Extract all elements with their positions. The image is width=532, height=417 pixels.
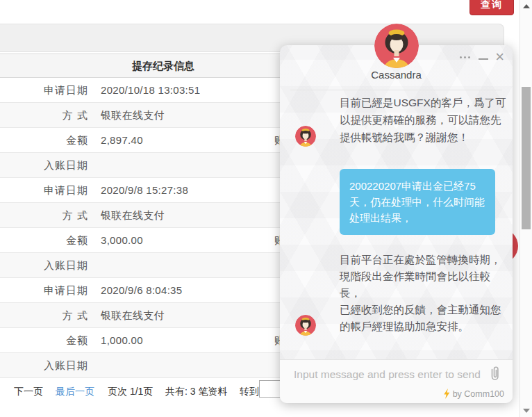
records-table: 提存纪录信息 申请日期 2020/10/18 13:03:51 方 式 银联在线… [0, 54, 326, 378]
row-value: 银联在线支付 [101, 103, 165, 127]
scrollbar-up-arrow[interactable] [523, 4, 530, 8]
row-label: 方 式 [0, 303, 88, 327]
row-label: 金额 [0, 228, 88, 252]
row-label: 申请日期 [0, 78, 88, 102]
table-row: 金额 3,000.00 账 [0, 228, 326, 253]
row-value: 2020/9/8 15:27:38 [101, 178, 188, 202]
table-row: 入账日期 [0, 153, 326, 178]
agent-message: 目前平台正在處於監管轉換時期，現階段出金作業時間會比以往較長， 已經收到您的反饋… [340, 252, 506, 335]
chat-minimize-icon[interactable] [479, 58, 488, 60]
chat-menu-icon[interactable] [458, 52, 472, 63]
table-row: 入账日期 [0, 253, 326, 278]
table-row: 金额 1,000.00 账 [0, 328, 326, 353]
table-row: 方 式 银联在线支付 [0, 303, 326, 328]
browser-scrollbar[interactable] [519, 0, 532, 417]
pagination: 下一页 最后一页 页次 1/1页 共有: 3 笔资料 转到 [0, 380, 326, 401]
table-row: 申请日期 2020/9/8 15:27:38 [0, 178, 326, 203]
agent-avatar [374, 24, 419, 68]
row-label: 入账日期 [0, 253, 88, 277]
row-value: 2,897.40 [101, 128, 143, 152]
row-value: 2020/9/6 8:04:35 [101, 278, 182, 302]
agent-message: 目前已經是USGFX的客戶，爲了可以提供更精確的服務，可以請您先提供帳號給我嗎？… [340, 94, 506, 146]
row-value: 1,000.00 [101, 328, 143, 352]
query-button[interactable]: 查询 [469, 0, 514, 15]
chat-widget: × Cassandra 目前已經是USGFX的客戶，爲了可以提供更精確的服務，可… [280, 45, 513, 403]
row-value: 银联在线支付 [101, 303, 165, 327]
row-label: 入账日期 [0, 153, 88, 177]
table-title: 提存纪录信息 [0, 54, 326, 78]
lightning-bolt-icon [443, 389, 450, 399]
row-label: 金额 [0, 128, 88, 152]
row-label: 入账日期 [0, 353, 88, 377]
table-row: 申请日期 2020/9/6 8:04:35 [0, 278, 326, 303]
agent-avatar-small [295, 315, 316, 336]
total-records-info: 共有: 3 笔资料 [165, 384, 227, 398]
last-page-link[interactable]: 最后一页 [56, 384, 94, 398]
table-row: 金额 2,897.40 账 [0, 128, 326, 153]
page: 查询 提存纪录信息 申请日期 2020/10/18 13:03:51 方 式 银… [0, 0, 532, 417]
next-page-link[interactable]: 下一页 [14, 384, 43, 398]
row-label: 金额 [0, 328, 88, 352]
chat-header-divider [290, 90, 502, 90]
visitor-message-bubble: 200220207申请出金已经75天，仍在处理中，什么时间能处理出结果， [340, 169, 495, 235]
agent-name: Cassandra [280, 69, 513, 81]
attachment-paperclip-icon[interactable] [488, 366, 501, 386]
chat-input-bar: Input message and press enter to send by… [280, 359, 513, 403]
row-value: 3,000.00 [101, 228, 143, 252]
table-row: 申请日期 2020/10/18 13:03:51 [0, 78, 326, 103]
table-row: 方 式 银联在线支付 [0, 203, 326, 228]
row-label: 申请日期 [0, 178, 88, 202]
chat-close-icon[interactable]: × [495, 49, 504, 65]
row-label: 申请日期 [0, 278, 88, 302]
scrollbar-down-arrow[interactable] [523, 409, 530, 413]
scrollbar-thumb[interactable] [522, 87, 531, 229]
comm100-branding-link[interactable]: by Comm100 [443, 389, 504, 399]
row-value: 银联在线支付 [101, 203, 165, 227]
table-row: 方 式 银联在线支付 [0, 103, 326, 128]
chat-message-input[interactable]: Input message and press enter to send [294, 368, 481, 381]
page-number-info: 页次 1/1页 [108, 384, 153, 398]
row-label: 方 式 [0, 203, 88, 227]
branding-label: by Comm100 [453, 389, 504, 399]
agent-avatar-small [295, 126, 316, 147]
row-value: 2020/10/18 13:03:51 [101, 78, 200, 102]
table-row: 入账日期 [0, 353, 326, 378]
goto-page-label: 转到 [240, 384, 259, 398]
row-label: 方 式 [0, 103, 88, 127]
